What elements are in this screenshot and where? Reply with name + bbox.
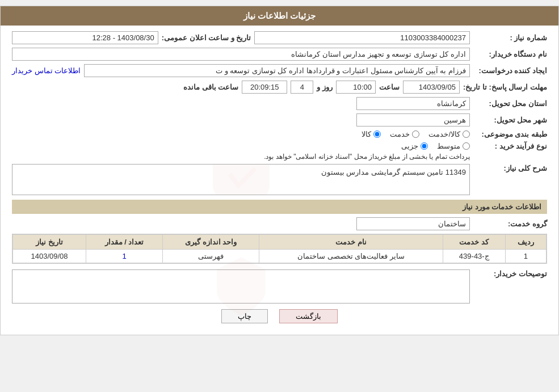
rooz-value: 4 xyxy=(291,81,313,94)
rooz-label: روز و xyxy=(317,83,333,91)
saaat-label: ساعت xyxy=(379,83,400,91)
shomare-niaz-label: شماره نیاز : xyxy=(473,33,547,42)
col-tarikh: تاریخ نیاز xyxy=(13,235,86,250)
sharh-koli-value: 11349 تامین سیستم گرمایشی مدارس بیستون xyxy=(16,168,466,176)
farayand-radio-group: متوسط جزیی xyxy=(264,142,470,150)
baqi-value: 20:09:15 xyxy=(242,81,287,94)
tabaqe-label: طبقه بندی موضوعی: xyxy=(473,130,547,138)
tarikh-label: تاریخ و ساعت اعلان عمومی: xyxy=(162,33,251,42)
tarikh-value: 1403/08/30 - 12:28 xyxy=(12,31,158,44)
cell-tarikh: 1403/09/08 xyxy=(13,250,86,263)
nam-dasgah-label: نام دستگاه خریدار: xyxy=(473,50,547,58)
col-vahed: واحد اندازه گیری xyxy=(163,235,259,250)
radio-khedmat-label: خدمت xyxy=(390,130,410,138)
col-nam: نام خدمت xyxy=(259,235,443,250)
baqi-label: ساعت باقی مانده xyxy=(183,83,238,91)
tamas-khardar-link[interactable]: اطلاعات تماس خریدار xyxy=(12,66,81,75)
cell-nam: سایر فعالیت‌های تخصصی ساختمان xyxy=(259,250,443,263)
tabaqe-radio-group: کالا/خدمت خدمت کالا xyxy=(362,130,470,138)
shomare-niaz-value: 1103003384000237 xyxy=(254,31,470,44)
mohlat-label: مهلت ارسال پاسخ: تا تاریخ: xyxy=(463,83,547,91)
col-radif: ردیف xyxy=(505,235,546,250)
page-title: جزئیات اطلاعات نیاز xyxy=(1,6,558,26)
table-row: 1 ج-43-439 سایر فعالیت‌های تخصصی ساختمان… xyxy=(13,250,547,263)
mohlat-date: 1403/09/05 xyxy=(403,81,460,94)
radio-motevaset-label: متوسط xyxy=(437,142,460,150)
grooh-khedmat-value: ساختمان xyxy=(356,217,470,230)
print-button[interactable]: چاپ xyxy=(221,309,268,323)
toseif-label: توصیحات خریدار: xyxy=(473,269,547,278)
col-tedad: تعداد / مقدار xyxy=(86,235,163,250)
services-table: ردیف کد خدمت نام خدمت واحد اندازه گیری ت… xyxy=(12,234,547,264)
farayand-note: پرداخت تمام یا بخشی از مبلغ خریداز محل "… xyxy=(264,153,470,161)
no-farayand-label: نوع فرآیند خرید : xyxy=(473,142,547,150)
radio-kala-khedmat-label: کالا/خدمت xyxy=(428,130,460,138)
saaat-value: 10:00 xyxy=(336,81,376,94)
cell-radif: 1 xyxy=(505,250,546,263)
ostan-value: کرمانشاه xyxy=(356,97,470,110)
radio-motevaset[interactable]: متوسط xyxy=(437,142,470,150)
back-button[interactable]: بازگشت xyxy=(279,309,338,323)
ijad-konande-label: ایجاد کننده درخواست: xyxy=(473,66,547,75)
cell-tedad: 1 xyxy=(86,250,163,263)
radio-jozi[interactable]: جزیی xyxy=(401,142,428,150)
shahr-value: هرسین xyxy=(356,113,470,127)
radio-khedmat[interactable]: خدمت xyxy=(390,130,419,138)
grooh-khedmat-label: گروه خدمت: xyxy=(473,220,547,228)
cell-kod: ج-43-439 xyxy=(443,250,505,263)
shahr-label: شهر محل تحویل: xyxy=(473,116,547,124)
radio-kala[interactable]: کالا xyxy=(362,130,381,138)
ostan-label: استان محل تحویل: xyxy=(473,99,547,108)
services-section-title: اطلاعات خدمات مورد نیاز xyxy=(12,200,547,214)
radio-jozi-label: جزیی xyxy=(401,142,418,150)
nam-dasgah-value: اداره کل توسازی توسعه و تجهیز مدارس استا… xyxy=(12,48,470,61)
col-kod: کد خدمت xyxy=(443,235,505,250)
buttons-row: بازگشت چاپ xyxy=(12,309,547,323)
sharh-koli-label: شرح کلی نیاز: xyxy=(473,164,547,172)
radio-kala-khedmat[interactable]: کالا/خدمت xyxy=(428,130,470,138)
radio-kala-label: کالا xyxy=(362,130,371,138)
cell-vahed: فهرستی xyxy=(163,250,259,263)
ijad-konande-value: فرزام به آیین کارشناس مسئول اعتبارات و ق… xyxy=(84,64,470,77)
